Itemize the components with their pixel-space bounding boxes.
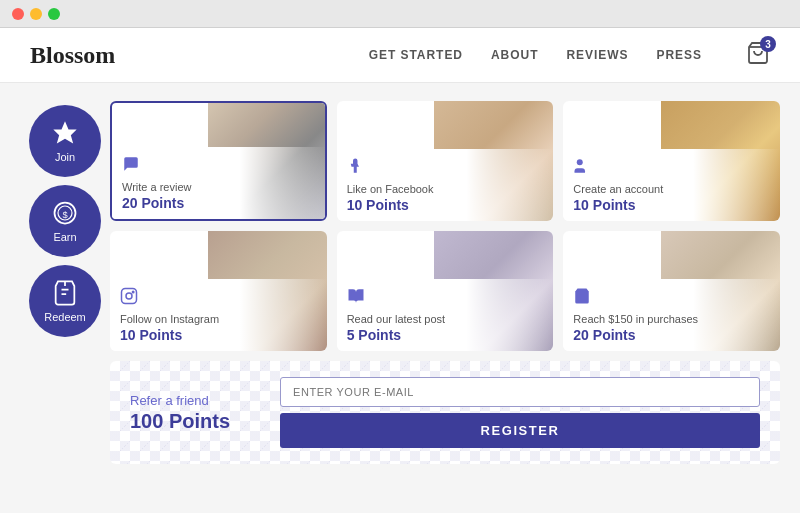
nav-get-started[interactable]: GET STARTED xyxy=(369,48,463,62)
card-points-like-facebook: 10 Points xyxy=(347,197,544,213)
cart-count: 3 xyxy=(760,36,776,52)
card-like-facebook[interactable]: Like on Facebook 10 Points xyxy=(337,101,554,221)
nav: GET STARTED ABOUT REVIEWS PRESS 3 xyxy=(369,41,770,69)
card-title-write-review: Write a review xyxy=(122,181,315,193)
refer-right: REGISTER xyxy=(280,377,760,448)
content-area: Write a review 20 Points Like on Faceboo… xyxy=(110,101,780,495)
card-title-like-facebook: Like on Facebook xyxy=(347,183,544,195)
nav-press[interactable]: PRESS xyxy=(657,48,702,62)
cards-grid: Write a review 20 Points Like on Faceboo… xyxy=(110,101,780,351)
svg-point-5 xyxy=(577,159,583,165)
minimize-dot[interactable] xyxy=(30,8,42,20)
card-content-reach-purchases: Reach $150 in purchases 20 Points xyxy=(563,279,780,351)
join-label: Join xyxy=(55,151,75,163)
header: Blossom GET STARTED ABOUT REVIEWS PRESS … xyxy=(0,28,800,83)
maximize-dot[interactable] xyxy=(48,8,60,20)
refer-left: Refer a friend 100 Points xyxy=(130,393,260,433)
earn-label: Earn xyxy=(53,231,76,243)
refer-label: Refer a friend xyxy=(130,393,260,408)
register-button[interactable]: REGISTER xyxy=(280,413,760,448)
card-points-reach-purchases: 20 Points xyxy=(573,327,770,343)
refer-section: Refer a friend 100 Points REGISTER xyxy=(110,361,780,464)
card-content-write-review: Write a review 20 Points xyxy=(112,147,325,219)
earn-icon: $ xyxy=(51,199,79,227)
card-reach-purchases[interactable]: Reach $150 in purchases 20 Points xyxy=(563,231,780,351)
refer-email-input[interactable] xyxy=(280,377,760,407)
card-content-read-post: Read our latest post 5 Points xyxy=(337,279,554,351)
card-read-post[interactable]: Read our latest post 5 Points xyxy=(337,231,554,351)
card-create-account[interactable]: Create an account 10 Points xyxy=(563,101,780,221)
card-points-follow-instagram: 10 Points xyxy=(120,327,317,343)
sidebar-item-redeem[interactable]: Redeem xyxy=(29,265,101,337)
close-dot[interactable] xyxy=(12,8,24,20)
redeem-icon xyxy=(51,279,79,307)
card-write-review[interactable]: Write a review 20 Points xyxy=(110,101,327,221)
svg-point-10 xyxy=(132,291,134,293)
card-title-create-account: Create an account xyxy=(573,183,770,195)
svg-point-9 xyxy=(126,293,132,299)
facebook-icon xyxy=(347,157,544,179)
instagram-icon xyxy=(120,287,317,309)
card-points-write-review: 20 Points xyxy=(122,195,315,211)
redeem-label: Redeem xyxy=(44,311,86,323)
svg-marker-1 xyxy=(53,121,76,143)
book-icon xyxy=(347,287,544,309)
cart-button[interactable]: 3 xyxy=(746,41,770,69)
card-title-reach-purchases: Reach $150 in purchases xyxy=(573,313,770,325)
nav-about[interactable]: ABOUT xyxy=(491,48,538,62)
sidebar-item-earn[interactable]: $ Earn xyxy=(29,185,101,257)
nav-reviews[interactable]: REVIEWS xyxy=(566,48,628,62)
join-icon xyxy=(51,119,79,147)
card-content-create-account: Create an account 10 Points xyxy=(563,149,780,221)
card-points-read-post: 5 Points xyxy=(347,327,544,343)
sidebar: Join $ Earn Redeem xyxy=(20,101,110,495)
card-content-follow-instagram: Follow on Instagram 10 Points xyxy=(110,279,327,351)
account-icon xyxy=(573,157,770,179)
refer-points: 100 Points xyxy=(130,410,260,433)
svg-rect-8 xyxy=(122,289,137,304)
sidebar-item-join[interactable]: Join xyxy=(29,105,101,177)
logo: Blossom xyxy=(30,42,369,69)
shopping-icon xyxy=(573,287,770,309)
main-content: Join $ Earn Redeem xyxy=(0,83,800,513)
card-title-read-post: Read our latest post xyxy=(347,313,544,325)
review-icon xyxy=(122,155,315,177)
card-title-follow-instagram: Follow on Instagram xyxy=(120,313,317,325)
card-follow-instagram[interactable]: Follow on Instagram 10 Points xyxy=(110,231,327,351)
svg-text:$: $ xyxy=(62,210,68,220)
window-chrome xyxy=(0,0,800,28)
card-points-create-account: 10 Points xyxy=(573,197,770,213)
card-content-like-facebook: Like on Facebook 10 Points xyxy=(337,149,554,221)
